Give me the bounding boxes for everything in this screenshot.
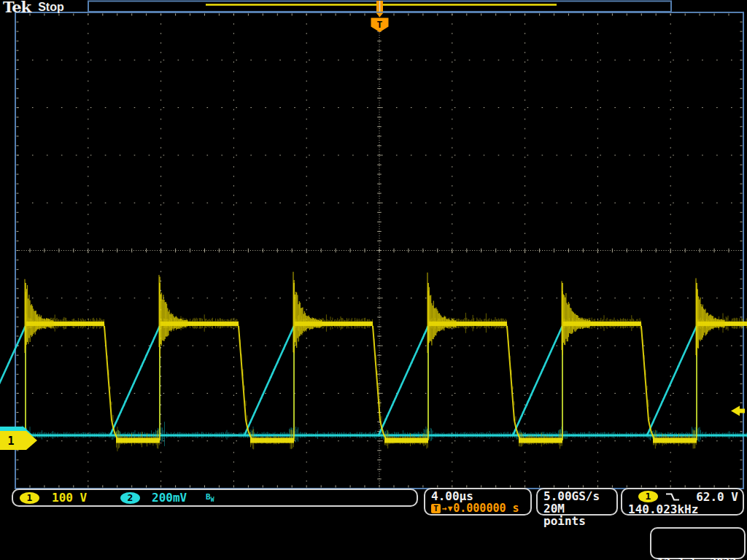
- delay-value: 0.000000 s: [453, 502, 519, 515]
- trigger-t-icon: T: [431, 504, 441, 513]
- ch2-trace-reset: [26, 326, 697, 434]
- record-length: 20M points: [543, 502, 611, 527]
- datetime-box: 13 Jul 2023 11:28:54: [650, 527, 746, 559]
- tek-logo: Tek: [3, 0, 31, 16]
- acquisition-readout-box[interactable]: 5.00GS/s 20M points: [536, 488, 618, 516]
- sample-rate: 5.00GS/s: [543, 490, 611, 502]
- ch1-position-marker[interactable]: [0, 431, 37, 450]
- ch2-badge[interactable]: 2: [120, 492, 140, 504]
- scope-display: 1T: [0, 0, 747, 560]
- arrow-right-icon: →: [442, 502, 447, 515]
- trigger-level-readout: 62.0 V: [696, 490, 738, 504]
- acquisition-status: Stop: [38, 1, 64, 13]
- delay-marker-icon: ▼: [448, 502, 453, 515]
- bandwidth-limit-icon: BW: [206, 492, 214, 503]
- ch1-falling-edge: [104, 326, 654, 438]
- ch2-scale-readout: 200mV: [152, 491, 187, 505]
- trigger-position-arrow-icon: [376, 13, 384, 18]
- channel-readout-box[interactable]: 1 100 V 2 200mV BW: [12, 489, 418, 507]
- ch1-badge[interactable]: 1: [20, 492, 39, 504]
- date-label: 13 Jul 2023: [657, 556, 738, 560]
- ch1-rising-edge: [26, 283, 697, 440]
- ch1-marker-label: 1: [7, 435, 14, 448]
- status-header: TekStop: [3, 0, 64, 16]
- trigger-flag-label: T: [377, 19, 383, 30]
- trigger-frequency-readout: 140.023kHz: [622, 503, 743, 516]
- ch2-trace-ramp: [0, 326, 697, 435]
- timebase-scale: 4.00µs: [431, 490, 525, 502]
- ch1-scale-readout: 100 V: [52, 491, 87, 505]
- trigger-readout-box[interactable]: 1 62.0 V 140.023kHz: [621, 488, 744, 516]
- trigger-delay-line: T→▼0.000000 s: [431, 502, 525, 515]
- falling-edge-icon: [665, 491, 680, 502]
- trigger-source-badge[interactable]: 1: [638, 491, 658, 502]
- timebase-readout-box[interactable]: 4.00µs T→▼0.000000 s: [424, 488, 532, 516]
- oscilloscope-screen: 1T TekStop 1 100 V 2 200mV BW 4.00µs T→▼…: [0, 0, 747, 560]
